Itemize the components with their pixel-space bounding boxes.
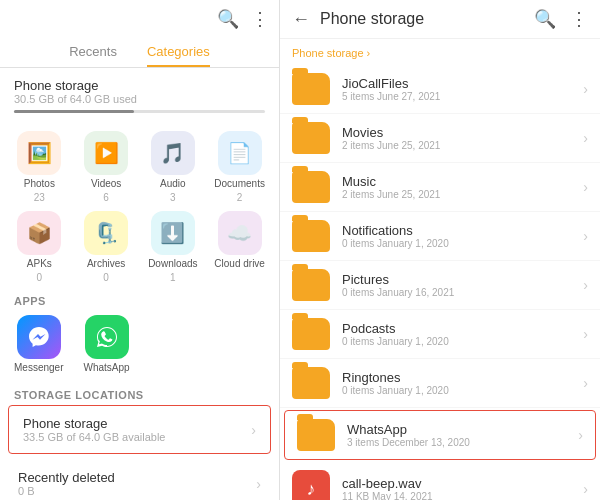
apks-icon: 📦 bbox=[17, 211, 61, 255]
chevron-icon-file3: › bbox=[583, 228, 588, 244]
apps-section: APPS Messenger WhatsApp bbox=[0, 289, 279, 379]
storage-subtitle: 30.5 GB of 64.0 GB used bbox=[14, 93, 265, 105]
whatsapp-icon bbox=[85, 315, 129, 359]
category-cloud[interactable]: ☁️ Cloud drive bbox=[210, 211, 269, 283]
chevron-icon-file1: › bbox=[583, 130, 588, 146]
file-item-music[interactable]: Music 2 items June 25, 2021 › bbox=[280, 163, 600, 212]
breadcrumb: Phone storage › bbox=[280, 39, 600, 65]
search-icon-right[interactable]: 🔍 bbox=[534, 8, 556, 30]
right-header-left: ← Phone storage bbox=[292, 9, 424, 30]
file-list: JioCallFiles 5 items June 27, 2021 › Mov… bbox=[280, 65, 600, 500]
folder-icon-ringtones bbox=[292, 367, 330, 399]
category-photos[interactable]: 🖼️ Photos 23 bbox=[10, 131, 69, 203]
cloud-icon: ☁️ bbox=[218, 211, 262, 255]
chevron-icon-file7: › bbox=[578, 427, 583, 443]
category-grid: 🖼️ Photos 23 ▶️ Videos 6 🎵 Audio 3 📄 Doc… bbox=[0, 121, 279, 289]
file-item-ringtones[interactable]: Ringtones 0 items January 1, 2020 › bbox=[280, 359, 600, 408]
file-item-notifications[interactable]: Notifications 0 items January 1, 2020 › bbox=[280, 212, 600, 261]
category-archives[interactable]: 🗜️ Archives 0 bbox=[77, 211, 136, 283]
chevron-icon-2: › bbox=[256, 476, 261, 492]
messenger-icon bbox=[17, 315, 61, 359]
audio-file-icon: ♪ bbox=[292, 470, 330, 500]
right-header-icons: 🔍 ⋮ bbox=[534, 8, 588, 30]
storage-bar bbox=[14, 110, 265, 113]
apps-grid: Messenger WhatsApp bbox=[14, 315, 265, 373]
more-icon[interactable]: ⋮ bbox=[251, 8, 269, 30]
right-panel: ← Phone storage 🔍 ⋮ Phone storage › JioC… bbox=[280, 0, 600, 500]
app-whatsapp[interactable]: WhatsApp bbox=[83, 315, 129, 373]
file-info-notifications: Notifications 0 items January 1, 2020 bbox=[342, 223, 583, 249]
chevron-icon-file8: › bbox=[583, 481, 588, 497]
storage-bar-fill bbox=[14, 110, 134, 113]
app-messenger[interactable]: Messenger bbox=[14, 315, 63, 373]
file-item-jiocallfiles[interactable]: JioCallFiles 5 items June 27, 2021 › bbox=[280, 65, 600, 114]
back-button[interactable]: ← bbox=[292, 9, 310, 30]
chevron-icon-file4: › bbox=[583, 277, 588, 293]
file-info-callbeep: call-beep.wav 11 KB May 14, 2021 bbox=[342, 476, 583, 500]
file-info-music: Music 2 items June 25, 2021 bbox=[342, 174, 583, 200]
chevron-icon-file5: › bbox=[583, 326, 588, 342]
file-info-jiocallfiles: JioCallFiles 5 items June 27, 2021 bbox=[342, 76, 583, 102]
storage-locations-section: STORAGE LOCATIONS Phone storage 33.5 GB … bbox=[0, 379, 279, 500]
category-downloads[interactable]: ⬇️ Downloads 1 bbox=[144, 211, 203, 283]
chevron-icon-file2: › bbox=[583, 179, 588, 195]
left-header: 🔍 ⋮ bbox=[0, 0, 279, 38]
file-info-ringtones: Ringtones 0 items January 1, 2020 bbox=[342, 370, 583, 396]
location-phone-storage-info: Phone storage 33.5 GB of 64.0 GB availab… bbox=[23, 416, 165, 443]
left-panel: 🔍 ⋮ Recents Categories Phone storage 30.… bbox=[0, 0, 280, 500]
more-icon-right[interactable]: ⋮ bbox=[570, 8, 588, 30]
apps-label: APPS bbox=[14, 295, 265, 307]
folder-icon-notifications bbox=[292, 220, 330, 252]
archives-icon: 🗜️ bbox=[84, 211, 128, 255]
folder-icon-music bbox=[292, 171, 330, 203]
tab-recents[interactable]: Recents bbox=[69, 44, 117, 67]
file-info-whatsapp: WhatsApp 3 items December 13, 2020 bbox=[347, 422, 578, 448]
category-documents[interactable]: 📄 Documents 2 bbox=[210, 131, 269, 203]
folder-icon-whatsapp bbox=[297, 419, 335, 451]
category-apks[interactable]: 📦 APKs 0 bbox=[10, 211, 69, 283]
file-item-whatsapp[interactable]: WhatsApp 3 items December 13, 2020 › bbox=[284, 410, 596, 460]
chevron-icon-file0: › bbox=[583, 81, 588, 97]
file-info-pictures: Pictures 0 items January 16, 2021 bbox=[342, 272, 583, 298]
folder-icon-pictures bbox=[292, 269, 330, 301]
tab-categories[interactable]: Categories bbox=[147, 44, 210, 67]
location-recently-deleted[interactable]: Recently deleted 0 B › bbox=[4, 460, 275, 500]
category-audio[interactable]: 🎵 Audio 3 bbox=[144, 131, 203, 203]
file-info-podcasts: Podcasts 0 items January 1, 2020 bbox=[342, 321, 583, 347]
search-icon[interactable]: 🔍 bbox=[217, 8, 239, 30]
downloads-icon: ⬇️ bbox=[151, 211, 195, 255]
file-item-pictures[interactable]: Pictures 0 items January 16, 2021 › bbox=[280, 261, 600, 310]
tabs-row: Recents Categories bbox=[0, 38, 279, 68]
storage-section-title: Phone storage bbox=[14, 78, 265, 93]
right-header: ← Phone storage 🔍 ⋮ bbox=[280, 0, 600, 39]
chevron-icon-file6: › bbox=[583, 375, 588, 391]
file-info-movies: Movies 2 items June 25, 2021 bbox=[342, 125, 583, 151]
videos-icon: ▶️ bbox=[84, 131, 128, 175]
audio-icon: 🎵 bbox=[151, 131, 195, 175]
photos-icon: 🖼️ bbox=[17, 131, 61, 175]
chevron-icon: › bbox=[251, 422, 256, 438]
folder-icon-movies bbox=[292, 122, 330, 154]
file-item-movies[interactable]: Movies 2 items June 25, 2021 › bbox=[280, 114, 600, 163]
documents-icon: 📄 bbox=[218, 131, 262, 175]
folder-icon-jiocallfiles bbox=[292, 73, 330, 105]
page-title: Phone storage bbox=[320, 10, 424, 28]
category-videos[interactable]: ▶️ Videos 6 bbox=[77, 131, 136, 203]
file-item-podcasts[interactable]: Podcasts 0 items January 1, 2020 › bbox=[280, 310, 600, 359]
file-item-callbeep[interactable]: ♪ call-beep.wav 11 KB May 14, 2021 › bbox=[280, 462, 600, 500]
storage-locations-label: STORAGE LOCATIONS bbox=[0, 379, 279, 405]
location-phone-storage[interactable]: Phone storage 33.5 GB of 64.0 GB availab… bbox=[8, 405, 271, 454]
folder-icon-podcasts bbox=[292, 318, 330, 350]
location-recently-deleted-info: Recently deleted 0 B bbox=[18, 470, 115, 497]
